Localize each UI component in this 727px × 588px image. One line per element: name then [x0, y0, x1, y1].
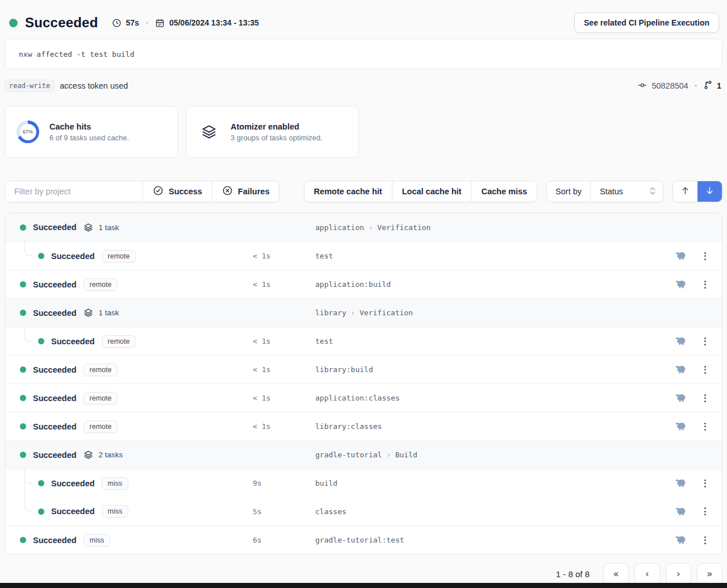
task-row[interactable]: Succeededmiss5sclasses — [5, 497, 722, 526]
status-dot-icon — [38, 508, 44, 515]
run-date-range: 05/06/2024 13:34 - 13:35 — [169, 18, 259, 27]
dot-separator-icon — [695, 85, 697, 87]
chevron-right-icon: › — [369, 224, 373, 232]
layers-icon — [198, 124, 220, 140]
task-name: application:classes — [315, 394, 400, 402]
commit-id[interactable]: 50828504 — [651, 81, 688, 90]
success-filter-button[interactable]: Success — [143, 181, 212, 202]
tree-connector-icon — [24, 476, 32, 483]
status-dot-icon — [9, 19, 18, 27]
cache-filter-group: Remote cache hit Local cache hit Cache m… — [304, 181, 537, 202]
task-row[interactable]: Succeededremote< 1sapplication:build — [5, 270, 722, 298]
project-filter-input[interactable] — [5, 181, 143, 202]
gradle-elephant-icon[interactable] — [668, 535, 692, 545]
card-title: Atomizer enabled — [231, 122, 323, 131]
task-group-row[interactable]: Succeeded2 tasksgradle-tutorial›Build — [5, 440, 722, 469]
cache-status-badge: remote — [102, 250, 136, 262]
kebab-menu-icon[interactable] — [701, 334, 709, 349]
remote-cache-hit-button[interactable]: Remote cache hit — [304, 181, 392, 202]
task-count-label: 1 task — [99, 308, 119, 317]
task-row[interactable]: Succeededremote< 1stest — [5, 327, 722, 355]
gradle-elephant-icon[interactable] — [668, 393, 692, 403]
row-status-label: Succeeded — [33, 422, 77, 431]
row-status-label: Succeeded — [33, 394, 77, 403]
gradle-elephant-icon[interactable] — [668, 422, 692, 431]
task-row[interactable]: Succeededmiss9sbuild — [5, 469, 722, 497]
last-page-button[interactable]: » — [697, 563, 722, 585]
tree-connector-icon — [24, 497, 32, 511]
task-name: classes — [315, 507, 346, 516]
layers-icon — [83, 223, 93, 232]
chevron-updown-icon — [649, 186, 656, 197]
sort-control: Sort by Status — [546, 181, 663, 202]
first-page-button[interactable]: « — [603, 563, 629, 585]
sort-direction-group — [672, 181, 722, 202]
tree-connector-icon — [24, 241, 32, 256]
layers-icon — [83, 450, 93, 460]
kebab-menu-icon[interactable] — [701, 476, 709, 491]
cache-miss-button[interactable]: Cache miss — [471, 181, 537, 202]
cache-status-badge: remote — [83, 420, 118, 433]
status-dot-icon — [38, 253, 44, 259]
status-dot-icon — [38, 480, 44, 486]
status-dot-icon — [20, 452, 26, 458]
task-row[interactable]: Succeededremote< 1slibrary:build — [5, 355, 722, 383]
task-row[interactable]: Succeededremote< 1stest — [5, 241, 722, 270]
kebab-menu-icon[interactable] — [701, 362, 709, 377]
token-scope-badge: read-write — [5, 80, 55, 92]
task-name: test — [315, 337, 333, 345]
row-status-label: Succeeded — [33, 280, 77, 289]
task-name: test — [315, 252, 333, 260]
gradle-elephant-icon[interactable] — [668, 251, 692, 261]
gradle-elephant-icon[interactable] — [668, 336, 692, 346]
sort-by-label: Sort by — [547, 181, 590, 202]
tree-connector-icon — [24, 327, 32, 341]
project-path-segment: gradle-tutorial — [315, 451, 382, 459]
branch-count: 1 — [717, 81, 721, 90]
chevron-right-icon: › — [386, 451, 390, 459]
related-ci-pipeline-button[interactable]: See related CI Pipeline Execution — [574, 12, 719, 33]
row-status-label: Succeeded — [33, 451, 77, 460]
sort-descending-button[interactable] — [697, 181, 722, 202]
task-row[interactable]: Succeededremote< 1slibrary:classes — [5, 412, 722, 440]
kebab-menu-icon[interactable] — [701, 391, 709, 406]
task-list: Succeeded1 taskapplication›VerificationS… — [5, 212, 722, 554]
task-duration: < 1s — [253, 252, 315, 260]
project-path-segment: library — [315, 308, 346, 317]
gradle-elephant-icon[interactable] — [668, 478, 692, 488]
previous-page-button[interactable]: ‹ — [634, 563, 660, 585]
cache-status-badge: remote — [102, 335, 136, 348]
tree-line — [24, 469, 25, 497]
gradle-elephant-icon[interactable] — [668, 280, 692, 289]
commit-icon — [637, 80, 647, 92]
kebab-menu-icon[interactable] — [701, 504, 709, 519]
kebab-menu-icon[interactable] — [701, 419, 709, 434]
task-duration: 5s — [253, 507, 315, 516]
layers-icon — [83, 308, 93, 318]
project-path-segment: application — [315, 223, 364, 232]
chevron-right-icon: › — [351, 309, 355, 317]
next-page-button[interactable]: › — [666, 563, 691, 585]
task-group-row[interactable]: Succeeded1 tasklibrary›Verification — [5, 298, 722, 327]
atomizer-card: Atomizer enabled 3 groups of tasks optim… — [186, 106, 359, 158]
gradle-elephant-icon[interactable] — [668, 365, 692, 374]
gradle-elephant-icon[interactable] — [668, 507, 692, 516]
row-status-label: Succeeded — [51, 337, 95, 346]
task-row[interactable]: Succeededremote< 1sapplication:classes — [5, 383, 722, 412]
cache-status-badge: remote — [83, 364, 118, 376]
pagination: 1 - 8 of 8 « ‹ › » — [5, 562, 722, 585]
row-status-label: Succeeded — [33, 365, 77, 374]
kebab-menu-icon[interactable] — [701, 249, 709, 264]
cache-hit-percent: 67% — [20, 124, 36, 140]
task-group-row[interactable]: Succeeded1 taskapplication›Verification — [5, 213, 722, 241]
task-row[interactable]: Succeededmiss6sgradle-tutorial:test — [5, 526, 722, 554]
kebab-menu-icon[interactable] — [701, 533, 709, 548]
task-duration: < 1s — [253, 394, 315, 402]
sort-ascending-button[interactable] — [673, 181, 697, 202]
cache-status-badge: miss — [102, 477, 129, 490]
kebab-menu-icon[interactable] — [701, 277, 709, 292]
sort-select[interactable]: Status — [590, 181, 663, 202]
failures-filter-button[interactable]: Failures — [212, 181, 279, 202]
local-cache-hit-button[interactable]: Local cache hit — [392, 181, 471, 202]
card-subtitle: 6 of 9 tasks used cache. — [49, 134, 129, 142]
